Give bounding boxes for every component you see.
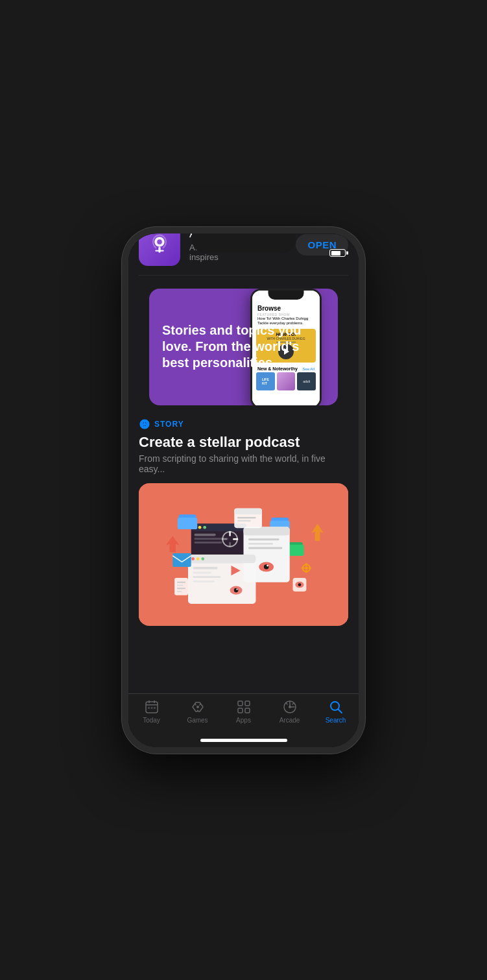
svg-rect-13 — [195, 542, 222, 544]
svg-rect-51 — [302, 567, 305, 569]
tab-apps-label: Apps — [236, 717, 251, 724]
svg-rect-66 — [146, 704, 158, 706]
svg-rect-38 — [193, 567, 218, 569]
svg-rect-30 — [234, 508, 262, 515]
svg-rect-64 — [148, 700, 150, 703]
svg-rect-3 — [155, 250, 163, 251]
story-section: STORY Create a stellar podcast From scri… — [128, 405, 359, 632]
apps-icon — [236, 699, 252, 715]
story-type-label: STORY — [154, 420, 184, 429]
svg-point-45 — [236, 588, 237, 590]
svg-rect-57 — [177, 582, 185, 583]
volume-down-button — [122, 379, 125, 418]
tab-arcade-label: Arcade — [279, 717, 300, 724]
tab-apps[interactable]: Apps — [220, 699, 267, 724]
arcade-icon — [282, 699, 298, 715]
svg-point-10 — [203, 526, 206, 529]
tab-arcade[interactable]: Arcade — [267, 699, 313, 724]
svg-rect-16 — [178, 518, 197, 529]
screen: 17:13 ✈ — [128, 233, 359, 747]
svg-rect-22 — [244, 527, 290, 535]
svg-rect-58 — [177, 584, 184, 586]
app-name: Apple Podcasts — [189, 233, 287, 241]
svg-rect-41 — [193, 580, 215, 582]
scroll-content: Apple Podcasts Audio that informs & insp… — [128, 233, 359, 693]
tab-search-label: Search — [326, 717, 346, 724]
svg-point-28 — [267, 565, 268, 567]
search-tab-icon — [328, 699, 344, 715]
svg-point-35 — [191, 557, 195, 560]
svg-point-48 — [305, 566, 308, 569]
svg-point-70 — [196, 706, 199, 708]
svg-rect-74 — [245, 708, 250, 713]
tab-search[interactable]: Search — [313, 699, 359, 724]
games-icon — [190, 699, 206, 715]
banner-section: Stories and topics you love. From the wo… — [128, 276, 359, 405]
volume-up-button — [122, 331, 125, 370]
tab-today[interactable]: Today — [128, 699, 174, 724]
story-illustration-card[interactable] — [139, 483, 348, 626]
battery-icon — [329, 249, 346, 257]
app-info: Apple Podcasts Audio that informs & insp… — [189, 233, 287, 263]
svg-rect-56 — [174, 578, 188, 595]
story-appstore-icon — [139, 418, 150, 430]
svg-point-44 — [234, 588, 239, 593]
home-indicator — [200, 739, 287, 742]
svg-rect-50 — [305, 570, 307, 573]
svg-rect-32 — [237, 520, 251, 521]
svg-rect-68 — [150, 707, 152, 709]
svg-rect-2 — [158, 246, 160, 252]
svg-rect-24 — [248, 543, 273, 545]
app-result-row: Apple Podcasts Audio that informs & insp… — [128, 233, 359, 275]
story-title: Create a stellar podcast — [139, 434, 348, 451]
svg-rect-31 — [237, 517, 256, 518]
svg-point-37 — [201, 557, 204, 560]
svg-line-78 — [338, 709, 342, 713]
tab-games-label: Games — [187, 717, 208, 724]
today-icon — [144, 699, 160, 715]
svg-point-76 — [289, 706, 291, 708]
phone-frame: 17:13 ✈ — [122, 227, 365, 754]
svg-rect-73 — [238, 708, 243, 713]
mockup-notch — [268, 291, 304, 300]
svg-point-36 — [196, 557, 200, 560]
banner-text: Stories and topics you love. From the wo… — [149, 309, 338, 384]
svg-rect-11 — [195, 534, 216, 536]
svg-rect-67 — [148, 707, 150, 709]
tab-today-label: Today — [143, 717, 160, 724]
svg-point-55 — [298, 583, 302, 586]
svg-rect-65 — [154, 700, 155, 703]
power-button — [362, 341, 365, 392]
banner-card[interactable]: Stories and topics you love. From the wo… — [149, 289, 338, 405]
svg-rect-25 — [248, 547, 282, 549]
app-subtitle: Audio that informs & inspires — [189, 243, 287, 262]
svg-rect-69 — [154, 707, 156, 709]
silent-switch — [122, 298, 125, 317]
svg-point-9 — [198, 526, 202, 529]
svg-rect-72 — [245, 701, 250, 706]
story-label-row: STORY — [139, 418, 348, 430]
svg-rect-71 — [238, 701, 243, 706]
podcasts-app-icon — [139, 233, 180, 266]
svg-point-1 — [157, 239, 162, 245]
banner-headline: Stories and topics you love. From the wo… — [162, 322, 325, 371]
svg-rect-39 — [193, 571, 212, 573]
svg-rect-60 — [177, 591, 182, 592]
svg-rect-46 — [172, 553, 191, 567]
svg-rect-23 — [248, 538, 279, 540]
story-illustration-svg — [139, 483, 348, 626]
tab-games[interactable]: Games — [174, 699, 220, 724]
svg-rect-49 — [305, 563, 307, 566]
story-subtitle: From scripting to sharing with the world… — [139, 453, 348, 474]
svg-rect-59 — [177, 588, 185, 589]
svg-rect-52 — [308, 567, 311, 569]
svg-rect-40 — [193, 576, 221, 578]
